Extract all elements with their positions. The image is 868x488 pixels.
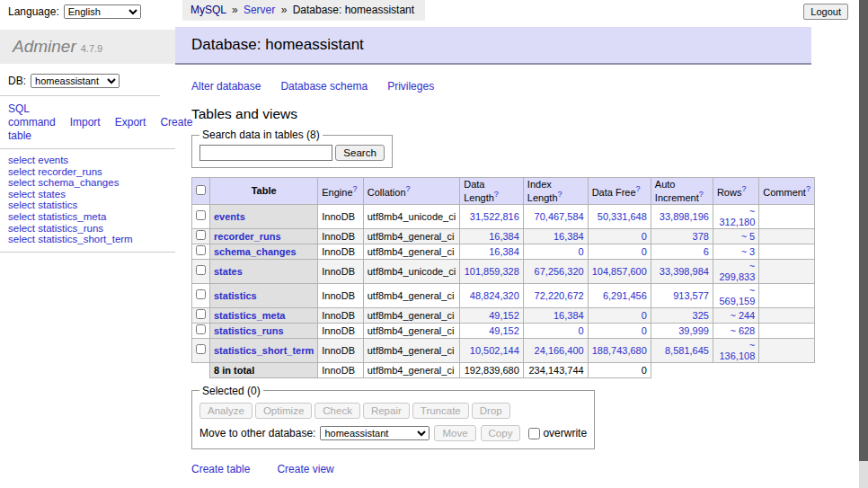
index-length-link[interactable]: 24,166,400: [535, 345, 584, 356]
privileges-link[interactable]: Privileges: [387, 80, 434, 93]
select-table-link[interactable]: select statistics_short_term: [8, 234, 133, 244]
data-free-link[interactable]: 188,743,680: [592, 345, 647, 356]
overwrite-checkbox[interactable]: [528, 428, 540, 439]
auto-increment-link[interactable]: 39,999: [678, 325, 709, 336]
table-link[interactable]: events: [214, 211, 245, 222]
index-length-link[interactable]: 70,467,584: [535, 211, 584, 222]
data-length-link[interactable]: 31,522,816: [470, 211, 519, 222]
index-length-link[interactable]: 0: [579, 325, 584, 336]
breadcrumb-mysql-link[interactable]: MySQL: [190, 4, 226, 16]
alter-database-link[interactable]: Alter database: [191, 80, 261, 93]
index-length-link[interactable]: 72,220,672: [535, 290, 584, 301]
table-name-cell: statistics: [210, 283, 318, 307]
data-length-link[interactable]: 48,824,320: [470, 290, 519, 301]
column-help-link[interactable]: ?: [806, 184, 810, 193]
auto-increment-link[interactable]: 325: [693, 310, 709, 321]
index-length-link[interactable]: 16,384: [554, 310, 584, 321]
move-db-select[interactable]: homeassistant: [320, 426, 430, 440]
table-link[interactable]: recorder_runs: [214, 231, 281, 242]
data-free-link[interactable]: 104,857,600: [592, 266, 647, 277]
row-select-checkbox[interactable]: [196, 265, 206, 275]
table-link[interactable]: statistics: [214, 290, 257, 301]
select-table-link[interactable]: select statistics_meta: [8, 211, 106, 222]
column-help-link[interactable]: ?: [406, 184, 411, 193]
sidebar-sql-command-link[interactable]: SQL command: [8, 102, 56, 129]
breadcrumb-server-link[interactable]: Server: [244, 4, 275, 16]
select-table-link[interactable]: select events: [8, 155, 68, 165]
data-free-link[interactable]: 50,331,648: [598, 211, 647, 222]
data-free-link[interactable]: 6,291,456: [603, 290, 647, 301]
select-table-link[interactable]: select recorder_runs: [8, 166, 102, 177]
auto-increment-link[interactable]: 913,577: [673, 290, 709, 301]
create-view-link[interactable]: Create view: [277, 463, 333, 475]
column-help-link[interactable]: ?: [741, 184, 746, 193]
select-table-link[interactable]: select schema_changes: [8, 177, 119, 188]
select-table-link[interactable]: select statistics_runs: [8, 223, 103, 234]
data-length-link[interactable]: 10,502,144: [470, 345, 519, 356]
row-checkbox-cell: [192, 228, 210, 244]
row-select-checkbox[interactable]: [196, 245, 206, 255]
data-free-link[interactable]: 0: [642, 231, 647, 242]
engine-cell: InnoDB: [318, 323, 363, 338]
tables-overview-table: Table Engine?Collation?Data Length?Index…: [191, 177, 815, 378]
row-select-checkbox[interactable]: [196, 309, 206, 319]
index-length-link[interactable]: 16,384: [554, 231, 584, 242]
row-select-checkbox[interactable]: [196, 289, 206, 299]
select-table-link[interactable]: select statistics: [8, 200, 77, 210]
row-select-checkbox[interactable]: [196, 210, 206, 220]
rows-count-link[interactable]: ~ 569,159: [719, 285, 755, 306]
auto-increment-link[interactable]: 8,581,645: [665, 345, 709, 356]
table-link[interactable]: states: [214, 266, 243, 277]
auto-increment-link[interactable]: 378: [693, 231, 709, 242]
data-length-link[interactable]: 49,152: [489, 310, 519, 321]
column-help-link[interactable]: ?: [699, 190, 704, 199]
data-length-link[interactable]: 101,859,328: [465, 266, 519, 277]
table-link[interactable]: schema_changes: [214, 246, 297, 257]
row-select-checkbox[interactable]: [196, 230, 206, 240]
auto-increment-link[interactable]: 33,898,196: [660, 211, 709, 222]
table-link[interactable]: statistics_runs: [214, 325, 284, 336]
select-all-checkbox[interactable]: [196, 185, 206, 195]
column-help-link[interactable]: ?: [353, 184, 358, 193]
column-help-link[interactable]: ?: [558, 190, 562, 199]
sidebar-import-link[interactable]: Import: [70, 116, 101, 129]
index-length-link[interactable]: 67,256,320: [535, 266, 584, 277]
data-length-link[interactable]: 49,152: [489, 325, 519, 336]
index-length-link[interactable]: 0: [579, 246, 584, 257]
data-length-link[interactable]: 16,384: [489, 246, 519, 257]
db-select[interactable]: homeassistant: [31, 74, 120, 88]
index-length-cell: 16,384: [523, 228, 588, 244]
auto-increment-link[interactable]: 33,398,984: [660, 266, 709, 277]
auto-increment-link[interactable]: 6: [704, 246, 709, 257]
database-links: Alter databaseDatabase schemaPrivileges: [191, 80, 815, 93]
database-schema-link[interactable]: Database schema: [280, 80, 368, 93]
select-table-link[interactable]: select states: [8, 189, 66, 200]
data-free-link[interactable]: 0: [642, 310, 647, 321]
search-button[interactable]: Search: [335, 145, 384, 161]
data-length-link[interactable]: 16,384: [489, 231, 519, 242]
sidebar-export-link[interactable]: Export: [115, 116, 146, 129]
page-scrollbar[interactable]: [859, 0, 868, 488]
rows-count-link[interactable]: ~ 628: [730, 325, 755, 336]
column-header-label: Data Length: [464, 179, 494, 203]
truncate-button: Truncate: [412, 403, 469, 419]
rows-count-link[interactable]: ~ 3: [741, 246, 756, 257]
column-help-link[interactable]: ?: [494, 190, 499, 199]
table-link[interactable]: statistics_short_term: [214, 345, 314, 356]
table-link[interactable]: statistics_meta: [214, 310, 286, 321]
rows-count-link[interactable]: ~ 5: [741, 231, 756, 242]
rows-count-link[interactable]: ~ 244: [730, 310, 755, 321]
row-select-checkbox[interactable]: [196, 344, 206, 354]
data-free-link[interactable]: 0: [642, 325, 647, 336]
row-select-checkbox[interactable]: [196, 324, 206, 334]
data-free-link[interactable]: 0: [642, 246, 647, 257]
table-name-cell: events: [210, 204, 318, 228]
rows-count-link[interactable]: ~ 136,108: [719, 340, 755, 361]
column-help-link[interactable]: ?: [636, 184, 641, 193]
search-input[interactable]: [199, 145, 332, 161]
rows-count-link[interactable]: ~ 312,180: [719, 206, 755, 227]
column-header-label: Engine: [322, 187, 352, 198]
scrollbar-thumb[interactable]: [859, 0, 868, 461]
create-table-link[interactable]: Create table: [191, 463, 250, 475]
rows-count-link[interactable]: ~ 299,833: [719, 261, 755, 282]
